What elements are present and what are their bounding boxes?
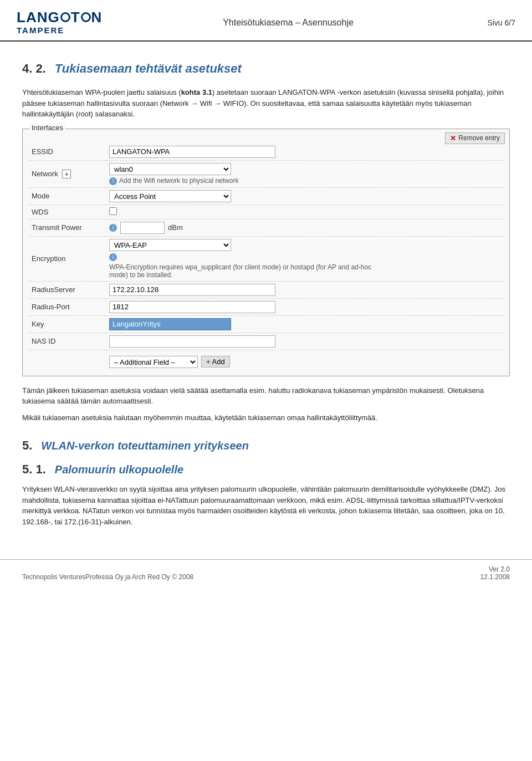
nas-id-label: NAS ID — [28, 333, 106, 350]
para-after-1: Tämän jälkeen tukiaseman asetuksia voida… — [22, 385, 510, 407]
dbm-row: i dBm — [109, 222, 500, 234]
additional-field-select[interactable]: – Additional Field – — [109, 356, 198, 368]
main-content: 4. 2. Tukiasemaan tehtävät asetukset Yht… — [0, 42, 532, 543]
section-number-4-2: 4. 2. — [22, 62, 46, 76]
footer-copyright: Technopolis VenturesProfessia Oy ja Arch… — [22, 573, 193, 581]
header: LANGTN TAMPERE Yhteisötukiasema – Asennu… — [0, 0, 532, 42]
footer-version-area: Ver 2.0 12.1.2008 — [480, 565, 510, 581]
essid-input[interactable] — [109, 146, 275, 158]
header-title: Yhteisötukiasema – Asennusohje — [105, 18, 471, 28]
add-plus-icon: + — [206, 357, 211, 366]
additional-field-label-cell — [28, 350, 106, 370]
encryption-label: Encryption — [28, 236, 106, 281]
section-4-2: 4. 2. Tukiasemaan tehtävät asetukset Yht… — [22, 62, 510, 120]
logo-circle — [60, 12, 70, 22]
interfaces-legend: Interfaces — [29, 124, 65, 132]
network-plus-button[interactable]: + — [62, 170, 71, 178]
radiusserver-row: RadiusServer — [28, 281, 504, 298]
network-info-icon: i — [109, 177, 117, 185]
remove-entry-button[interactable]: ✕ Remove entry — [445, 132, 505, 144]
radius-port-label: Radius-Port — [28, 298, 106, 315]
section-5: 5. WLAN-verkon toteuttaminen yritykseen — [22, 438, 510, 456]
section-5-1: 5. 1. Palomuurin ulkopuolelle Yrityksen … — [22, 462, 510, 527]
transmit-power-row: Transmit Power i dBm — [28, 219, 504, 236]
transmit-power-value-cell: i dBm — [106, 219, 504, 236]
mode-value-cell: Access Point — [106, 187, 504, 205]
radius-port-row: Radius-Port — [28, 298, 504, 315]
section-number-5-1: 5. 1. — [22, 462, 46, 477]
section-heading-5-1: Palomuurin ulkopuolelle — [55, 463, 183, 476]
network-info-row: i Add the Wifi network to physical netwo… — [109, 177, 500, 185]
encryption-info-row: i WPA-Encryption requires wpa_supplicant… — [109, 253, 386, 279]
section-5-1-para: Yrityksen WLAN-vierasverkko on syytä sij… — [22, 484, 510, 527]
encryption-value-cell: WPA-EAP i WPA-Encryption requires wpa_su… — [106, 236, 504, 281]
add-label: Add — [212, 357, 225, 366]
wds-checkbox[interactable] — [109, 207, 117, 215]
essid-row: ESSID — [28, 144, 504, 161]
mode-label: Mode — [28, 187, 106, 205]
nas-id-value-cell — [106, 333, 504, 350]
interfaces-form-table: ESSID Network + wlan0 i Add the Wi — [28, 144, 504, 370]
key-label: Key — [28, 315, 106, 333]
additional-field-value-cell: – Additional Field – + Add — [106, 350, 504, 370]
footer-date: 12.1.2008 — [480, 573, 510, 581]
encryption-info-text: WPA-Encryption requires wpa_supplicant (… — [109, 263, 386, 279]
header-page: Sivu 6/7 — [471, 18, 515, 27]
transmit-info-icon: i — [109, 224, 117, 232]
key-input[interactable] — [109, 318, 231, 330]
essid-value-cell — [106, 144, 504, 161]
section-number-5: 5. — [22, 438, 32, 453]
nas-id-input[interactable] — [109, 335, 275, 348]
logo-circle2 — [81, 12, 91, 22]
nas-id-row: NAS ID — [28, 333, 504, 350]
key-value-cell — [106, 315, 504, 333]
dbm-label: dBm — [168, 223, 183, 232]
footer-version: Ver 2.0 — [480, 565, 510, 573]
section-heading-4-2: Tukiasemaan tehtävät asetukset — [55, 62, 242, 76]
network-value-cell: wlan0 i Add the Wifi network to physical… — [106, 160, 504, 187]
radiusserver-input[interactable] — [109, 284, 275, 296]
radius-port-value-cell — [106, 298, 504, 315]
radiusserver-label: RadiusServer — [28, 281, 106, 298]
remove-x-icon: ✕ — [450, 134, 456, 142]
encryption-row: Encryption WPA-EAP i WPA-Encryption requ… — [28, 236, 504, 281]
wds-row: WDS — [28, 205, 504, 219]
add-button[interactable]: + Add — [201, 356, 230, 367]
transmit-power-label: Transmit Power — [28, 219, 106, 236]
section-heading-5: WLAN-verkon toteuttaminen yritykseen — [41, 440, 249, 452]
network-info-text: Add the Wifi network to physical network — [119, 177, 238, 185]
mode-row: Mode Access Point — [28, 187, 504, 205]
network-row: Network + wlan0 i Add the Wifi network t… — [28, 160, 504, 187]
encryption-info-icon: i — [109, 253, 117, 261]
logo-langaton: LANGTN — [17, 10, 102, 24]
additional-field-controls: – Additional Field – + Add — [109, 356, 500, 368]
interfaces-box: Interfaces ✕ Remove entry ESSID Network … — [22, 129, 510, 376]
mode-select[interactable]: Access Point — [109, 190, 231, 202]
encryption-select[interactable]: WPA-EAP — [109, 239, 231, 251]
wds-value-cell — [106, 205, 504, 219]
footer: Technopolis VenturesProfessia Oy ja Arch… — [0, 559, 532, 586]
network-label: Network + — [28, 160, 106, 187]
transmit-power-input[interactable] — [120, 222, 165, 234]
essid-label: ESSID — [28, 144, 106, 161]
remove-entry-label: Remove entry — [458, 134, 500, 142]
radiusserver-value-cell — [106, 281, 504, 298]
network-select[interactable]: wlan0 — [109, 163, 231, 175]
logo-area: LANGTN TAMPERE — [17, 10, 105, 35]
additional-field-row: – Additional Field – + Add — [28, 350, 504, 370]
section-4-2-para1: Yhteisötukiaseman WPA-puolen jaettu sala… — [22, 87, 510, 120]
para-after-2: Mikäli tukiaseman asetuksia halutaan myö… — [22, 412, 510, 423]
radius-port-input[interactable] — [109, 301, 275, 313]
wds-label: WDS — [28, 205, 106, 219]
key-row: Key — [28, 315, 504, 333]
logo-tampere: TAMPERE — [17, 25, 64, 35]
